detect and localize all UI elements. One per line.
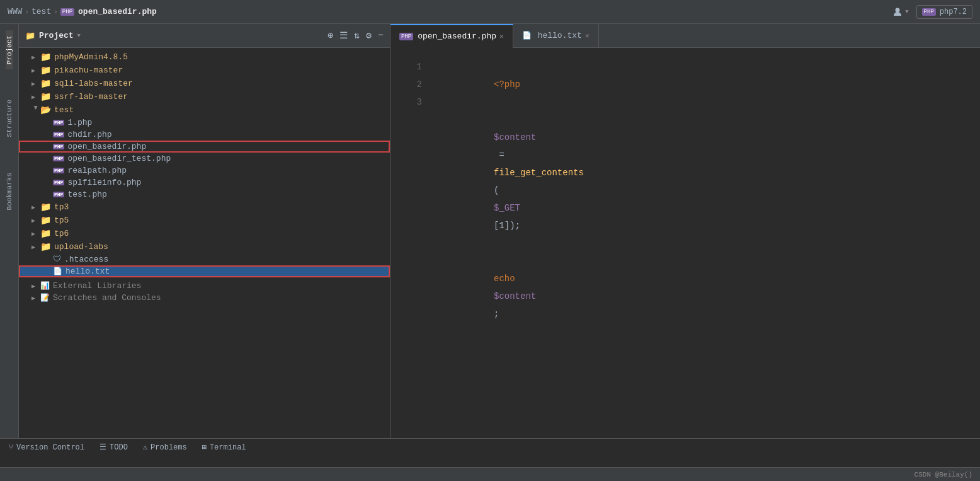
tab-hello-txt[interactable]: 📄 hello.txt ✕ <box>513 24 599 48</box>
list-item[interactable]: 🛡 .htaccess <box>19 253 390 265</box>
php-file-icon: PHP <box>53 180 64 185</box>
version-control-label: Version Control <box>16 443 84 452</box>
list-item[interactable]: ▶ 📁 pikachu-master <box>19 64 390 77</box>
chevron-right-icon: ▶ <box>31 282 40 290</box>
align-tool-icon[interactable]: ☰ <box>339 30 348 42</box>
list-item[interactable]: PHP realpath.php <box>19 165 390 177</box>
var-content-2: $content <box>494 291 536 301</box>
tree-label: 1.php <box>67 118 92 127</box>
tab-problems[interactable]: ⚠ Problems <box>140 441 190 453</box>
sidebar-strip-structure[interactable]: Structure <box>6 95 13 142</box>
tab-close-open-basedir[interactable]: ✕ <box>499 32 504 40</box>
php-file-icon: PHP <box>53 192 64 197</box>
tree-label: tp6 <box>54 229 69 238</box>
echo-keyword: echo <box>494 274 520 284</box>
code-content[interactable]: <?php $content = file_get_contents ( $_G… <box>428 48 980 438</box>
tree-label: test <box>54 105 74 115</box>
project-title: 📁 Project ▼ <box>25 31 81 41</box>
vcs-icon: ⑂ <box>9 443 13 452</box>
external-libraries-icon: 📊 <box>40 281 50 291</box>
add-tool-icon[interactable]: ⊕ <box>328 30 333 42</box>
list-item[interactable]: PHP open_basedir_test.php <box>19 153 390 165</box>
tab-close-hello-txt[interactable]: ✕ <box>585 32 590 40</box>
svg-point-0 <box>896 8 900 12</box>
hello-txt-file-item[interactable]: 📄 hello.txt <box>19 265 390 277</box>
code-line-3: echo $content ; <box>441 252 980 340</box>
var-content: $content <box>494 132 536 142</box>
list-item[interactable]: ▶ 📁 tp5 <box>19 214 390 227</box>
code-line-2: $content = file_get_contents ( $_GET [1]… <box>441 111 980 252</box>
collapse-tool-icon[interactable]: ⇅ <box>354 30 360 42</box>
tab-open-basedir[interactable]: PHP open_basedir.php ✕ <box>390 24 513 48</box>
tab-terminal[interactable]: ⊞ Terminal <box>200 441 249 453</box>
chevron-down-icon: ▼ <box>905 9 908 15</box>
php-version-badge[interactable]: PHP php7.2 <box>916 5 972 19</box>
scratches-consoles-item[interactable]: ▶ 📝 Scratches and Consoles <box>19 292 390 304</box>
file-tree: ▶ 📁 phpMyAdmin4.8.5 ▶ 📁 pikachu-master ▶… <box>19 48 390 438</box>
settings-tool-icon[interactable]: ⚙ <box>366 30 372 42</box>
func-file-get-contents: file_get_contents <box>494 168 584 178</box>
list-item[interactable]: ▶ 📁 phpMyAdmin4.8.5 <box>19 50 390 64</box>
folder-icon: 📁 <box>40 91 51 102</box>
bottom-tabs: ⑂ Version Control ☰ TODO ⚠ Problems ⊞ Te… <box>0 439 980 456</box>
tree-label: sqli-labs-master <box>54 79 133 88</box>
list-item[interactable]: ▶ 📁 ssrf-lab-master <box>19 90 390 103</box>
breadcrumb-www[interactable]: WWW <box>8 7 22 16</box>
chevron-right-icon: ▶ <box>31 80 40 88</box>
list-item[interactable]: ▶ 📁 tp3 <box>19 200 390 214</box>
breadcrumb-sep-2: › <box>54 8 58 16</box>
external-libraries-item[interactable]: ▶ 📊 External Libraries <box>19 280 390 292</box>
tree-label: .htaccess <box>64 255 108 264</box>
tree-label: phpMyAdmin4.8.5 <box>54 52 128 62</box>
list-item[interactable]: PHP 1.php <box>19 117 390 129</box>
line-num-3: 3 <box>390 93 422 111</box>
editor-area: PHP open_basedir.php ✕ 📄 hello.txt ✕ 1 2… <box>390 24 980 438</box>
project-tools: ⊕ ☰ ⇅ ⚙ − <box>328 30 384 42</box>
folder-icon: 📁 <box>40 78 51 89</box>
list-item[interactable]: PHP test.php <box>19 188 390 200</box>
folder-icon: 📁 <box>40 241 51 252</box>
list-item[interactable]: PHP chdir.php <box>19 129 390 141</box>
php-open-tag: <?php <box>494 79 520 90</box>
php-file-icon: PHP <box>53 168 64 173</box>
list-item[interactable]: ▶ 📂 test <box>19 103 390 117</box>
code-editor: 1 2 3 <?php $content = file_get_contents… <box>390 48 980 438</box>
tree-label: upload-labs <box>54 242 108 252</box>
tree-label: open_basedir_test.php <box>67 154 171 163</box>
sidebar-strip-bookmarks[interactable]: Bookmarks <box>6 168 13 215</box>
tab-todo[interactable]: ☰ TODO <box>97 441 130 453</box>
bottom-panel: ⑂ Version Control ☰ TODO ⚠ Problems ⊞ Te… <box>0 438 980 481</box>
tab-label-open-basedir: open_basedir.php <box>418 32 496 41</box>
user-button[interactable]: ▼ <box>892 7 908 17</box>
todo-label: TODO <box>110 443 128 452</box>
editor-tabs: PHP open_basedir.php ✕ 📄 hello.txt ✕ <box>390 24 980 48</box>
tree-label: test.php <box>67 190 106 199</box>
close-tool-icon[interactable]: − <box>378 30 384 41</box>
paren-open: ( <box>494 185 499 195</box>
chevron-right-icon: ▶ <box>31 93 40 101</box>
folder-icon: 📂 <box>40 105 51 115</box>
tab-version-control[interactable]: ⑂ Version Control <box>6 442 87 453</box>
open-basedir-file-item[interactable]: PHP open_basedir.php <box>19 141 390 153</box>
tree-label: splfileinfo.php <box>67 178 141 187</box>
breadcrumb-test[interactable]: test <box>31 7 51 16</box>
tree-label: ssrf-lab-master <box>54 92 128 101</box>
list-item[interactable]: ▶ 📁 sqli-labs-master <box>19 77 390 90</box>
sidebar-strip-project[interactable]: Project <box>6 30 13 69</box>
tree-label: realpath.php <box>67 166 127 175</box>
terminal-label: Terminal <box>210 443 246 452</box>
semicolon: ; <box>494 309 499 319</box>
tree-label: hello.txt <box>66 267 110 276</box>
list-item[interactable]: PHP splfileinfo.php <box>19 177 390 188</box>
folder-icon: 📁 <box>40 202 51 212</box>
php-file-icon: PHP <box>53 132 64 137</box>
list-item[interactable]: ▶ 📁 upload-labs <box>19 240 390 253</box>
list-item[interactable]: ▶ 📁 tp6 <box>19 227 390 240</box>
bracket: [1]); <box>494 221 520 231</box>
chevron-down-project[interactable]: ▼ <box>77 33 81 39</box>
top-right-tools: ▼ PHP php7.2 <box>892 5 972 19</box>
folder-icon: 📁 <box>40 215 51 226</box>
terminal-icon: ⊞ <box>202 443 207 452</box>
tree-label: chdir.php <box>67 130 111 139</box>
php-badge-breadcrumb: PHP <box>60 8 74 16</box>
